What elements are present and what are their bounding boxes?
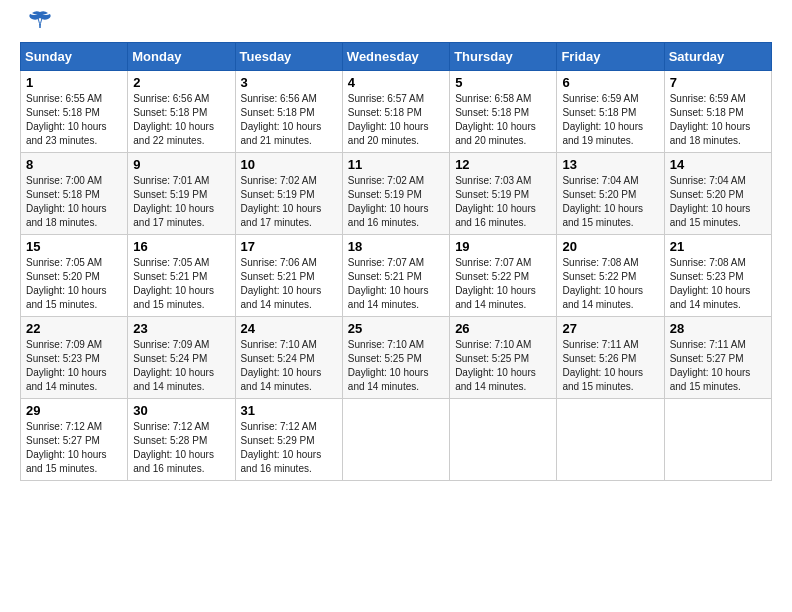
day-number: 30	[133, 403, 229, 418]
calendar-cell: 19Sunrise: 7:07 AM Sunset: 5:22 PM Dayli…	[450, 235, 557, 317]
day-number: 8	[26, 157, 122, 172]
day-info: Sunrise: 7:00 AM Sunset: 5:18 PM Dayligh…	[26, 174, 122, 230]
day-of-week-header: Friday	[557, 43, 664, 71]
calendar-week-row: 8Sunrise: 7:00 AM Sunset: 5:18 PM Daylig…	[21, 153, 772, 235]
day-info: Sunrise: 7:02 AM Sunset: 5:19 PM Dayligh…	[348, 174, 444, 230]
day-number: 28	[670, 321, 766, 336]
day-info: Sunrise: 6:59 AM Sunset: 5:18 PM Dayligh…	[670, 92, 766, 148]
calendar-cell: 27Sunrise: 7:11 AM Sunset: 5:26 PM Dayli…	[557, 317, 664, 399]
calendar-cell: 1Sunrise: 6:55 AM Sunset: 5:18 PM Daylig…	[21, 71, 128, 153]
calendar-cell	[664, 399, 771, 481]
day-info: Sunrise: 7:09 AM Sunset: 5:24 PM Dayligh…	[133, 338, 229, 394]
day-info: Sunrise: 7:12 AM Sunset: 5:27 PM Dayligh…	[26, 420, 122, 476]
day-info: Sunrise: 7:07 AM Sunset: 5:22 PM Dayligh…	[455, 256, 551, 312]
calendar-cell: 15Sunrise: 7:05 AM Sunset: 5:20 PM Dayli…	[21, 235, 128, 317]
calendar-cell: 12Sunrise: 7:03 AM Sunset: 5:19 PM Dayli…	[450, 153, 557, 235]
day-number: 19	[455, 239, 551, 254]
calendar-cell: 29Sunrise: 7:12 AM Sunset: 5:27 PM Dayli…	[21, 399, 128, 481]
calendar-cell: 9Sunrise: 7:01 AM Sunset: 5:19 PM Daylig…	[128, 153, 235, 235]
day-info: Sunrise: 6:56 AM Sunset: 5:18 PM Dayligh…	[133, 92, 229, 148]
day-number: 6	[562, 75, 658, 90]
calendar-cell: 20Sunrise: 7:08 AM Sunset: 5:22 PM Dayli…	[557, 235, 664, 317]
day-of-week-header: Thursday	[450, 43, 557, 71]
day-number: 10	[241, 157, 337, 172]
calendar-cell	[450, 399, 557, 481]
day-info: Sunrise: 7:11 AM Sunset: 5:26 PM Dayligh…	[562, 338, 658, 394]
calendar-cell: 18Sunrise: 7:07 AM Sunset: 5:21 PM Dayli…	[342, 235, 449, 317]
day-info: Sunrise: 6:55 AM Sunset: 5:18 PM Dayligh…	[26, 92, 122, 148]
calendar-cell: 4Sunrise: 6:57 AM Sunset: 5:18 PM Daylig…	[342, 71, 449, 153]
day-number: 18	[348, 239, 444, 254]
day-number: 27	[562, 321, 658, 336]
day-number: 24	[241, 321, 337, 336]
calendar-cell: 25Sunrise: 7:10 AM Sunset: 5:25 PM Dayli…	[342, 317, 449, 399]
day-number: 11	[348, 157, 444, 172]
calendar-cell: 8Sunrise: 7:00 AM Sunset: 5:18 PM Daylig…	[21, 153, 128, 235]
logo-bird-icon	[26, 10, 54, 32]
page-header	[20, 20, 772, 32]
day-number: 3	[241, 75, 337, 90]
day-number: 20	[562, 239, 658, 254]
calendar-cell	[557, 399, 664, 481]
calendar-cell: 5Sunrise: 6:58 AM Sunset: 5:18 PM Daylig…	[450, 71, 557, 153]
day-info: Sunrise: 6:58 AM Sunset: 5:18 PM Dayligh…	[455, 92, 551, 148]
day-info: Sunrise: 7:06 AM Sunset: 5:21 PM Dayligh…	[241, 256, 337, 312]
calendar-week-row: 15Sunrise: 7:05 AM Sunset: 5:20 PM Dayli…	[21, 235, 772, 317]
calendar-cell	[342, 399, 449, 481]
day-of-week-header: Tuesday	[235, 43, 342, 71]
day-info: Sunrise: 7:10 AM Sunset: 5:25 PM Dayligh…	[348, 338, 444, 394]
calendar-week-row: 22Sunrise: 7:09 AM Sunset: 5:23 PM Dayli…	[21, 317, 772, 399]
day-of-week-header: Sunday	[21, 43, 128, 71]
day-of-week-header: Saturday	[664, 43, 771, 71]
day-number: 15	[26, 239, 122, 254]
day-info: Sunrise: 7:04 AM Sunset: 5:20 PM Dayligh…	[670, 174, 766, 230]
day-info: Sunrise: 7:08 AM Sunset: 5:22 PM Dayligh…	[562, 256, 658, 312]
day-number: 7	[670, 75, 766, 90]
calendar-week-row: 29Sunrise: 7:12 AM Sunset: 5:27 PM Dayli…	[21, 399, 772, 481]
calendar-cell: 10Sunrise: 7:02 AM Sunset: 5:19 PM Dayli…	[235, 153, 342, 235]
calendar-cell: 16Sunrise: 7:05 AM Sunset: 5:21 PM Dayli…	[128, 235, 235, 317]
day-info: Sunrise: 7:01 AM Sunset: 5:19 PM Dayligh…	[133, 174, 229, 230]
calendar-cell: 2Sunrise: 6:56 AM Sunset: 5:18 PM Daylig…	[128, 71, 235, 153]
calendar-cell: 22Sunrise: 7:09 AM Sunset: 5:23 PM Dayli…	[21, 317, 128, 399]
calendar-cell: 31Sunrise: 7:12 AM Sunset: 5:29 PM Dayli…	[235, 399, 342, 481]
day-number: 26	[455, 321, 551, 336]
day-info: Sunrise: 7:05 AM Sunset: 5:20 PM Dayligh…	[26, 256, 122, 312]
calendar-table: SundayMondayTuesdayWednesdayThursdayFrid…	[20, 42, 772, 481]
calendar-header-row: SundayMondayTuesdayWednesdayThursdayFrid…	[21, 43, 772, 71]
calendar-cell: 7Sunrise: 6:59 AM Sunset: 5:18 PM Daylig…	[664, 71, 771, 153]
day-number: 12	[455, 157, 551, 172]
calendar-cell: 13Sunrise: 7:04 AM Sunset: 5:20 PM Dayli…	[557, 153, 664, 235]
day-info: Sunrise: 7:02 AM Sunset: 5:19 PM Dayligh…	[241, 174, 337, 230]
calendar-cell: 24Sunrise: 7:10 AM Sunset: 5:24 PM Dayli…	[235, 317, 342, 399]
calendar-cell: 14Sunrise: 7:04 AM Sunset: 5:20 PM Dayli…	[664, 153, 771, 235]
calendar-cell: 26Sunrise: 7:10 AM Sunset: 5:25 PM Dayli…	[450, 317, 557, 399]
day-number: 1	[26, 75, 122, 90]
day-number: 23	[133, 321, 229, 336]
day-info: Sunrise: 7:07 AM Sunset: 5:21 PM Dayligh…	[348, 256, 444, 312]
day-info: Sunrise: 7:09 AM Sunset: 5:23 PM Dayligh…	[26, 338, 122, 394]
day-number: 17	[241, 239, 337, 254]
calendar-cell: 17Sunrise: 7:06 AM Sunset: 5:21 PM Dayli…	[235, 235, 342, 317]
day-number: 9	[133, 157, 229, 172]
calendar-cell: 11Sunrise: 7:02 AM Sunset: 5:19 PM Dayli…	[342, 153, 449, 235]
day-number: 13	[562, 157, 658, 172]
day-number: 31	[241, 403, 337, 418]
logo	[20, 20, 54, 32]
day-number: 5	[455, 75, 551, 90]
day-info: Sunrise: 7:04 AM Sunset: 5:20 PM Dayligh…	[562, 174, 658, 230]
day-info: Sunrise: 7:10 AM Sunset: 5:24 PM Dayligh…	[241, 338, 337, 394]
day-info: Sunrise: 6:59 AM Sunset: 5:18 PM Dayligh…	[562, 92, 658, 148]
day-info: Sunrise: 7:12 AM Sunset: 5:28 PM Dayligh…	[133, 420, 229, 476]
calendar-cell: 28Sunrise: 7:11 AM Sunset: 5:27 PM Dayli…	[664, 317, 771, 399]
day-info: Sunrise: 7:03 AM Sunset: 5:19 PM Dayligh…	[455, 174, 551, 230]
day-info: Sunrise: 7:05 AM Sunset: 5:21 PM Dayligh…	[133, 256, 229, 312]
day-of-week-header: Monday	[128, 43, 235, 71]
day-number: 14	[670, 157, 766, 172]
day-of-week-header: Wednesday	[342, 43, 449, 71]
day-info: Sunrise: 7:08 AM Sunset: 5:23 PM Dayligh…	[670, 256, 766, 312]
day-info: Sunrise: 7:10 AM Sunset: 5:25 PM Dayligh…	[455, 338, 551, 394]
day-info: Sunrise: 7:11 AM Sunset: 5:27 PM Dayligh…	[670, 338, 766, 394]
day-number: 2	[133, 75, 229, 90]
day-info: Sunrise: 7:12 AM Sunset: 5:29 PM Dayligh…	[241, 420, 337, 476]
